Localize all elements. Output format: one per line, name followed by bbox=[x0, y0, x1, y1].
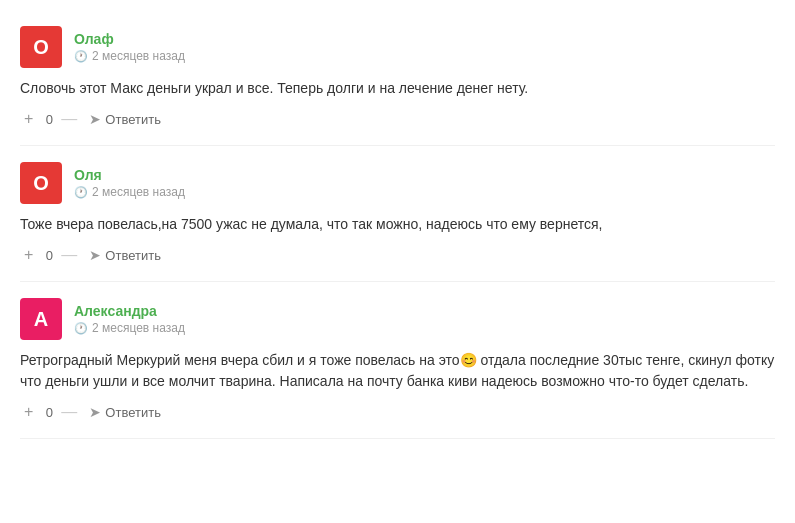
user-info: Александра 🕐 2 месяцев назад bbox=[74, 303, 185, 335]
avatar: О bbox=[20, 26, 62, 68]
avatar: А bbox=[20, 298, 62, 340]
separator: — bbox=[61, 403, 77, 421]
user-info: Оля 🕐 2 месяцев назад bbox=[74, 167, 185, 199]
vote-count: 0 bbox=[45, 405, 53, 420]
vote-count: 0 bbox=[45, 112, 53, 127]
reply-button[interactable]: ➤ Ответить bbox=[85, 245, 165, 265]
user-info: Олаф 🕐 2 месяцев назад bbox=[74, 31, 185, 63]
separator: — bbox=[61, 110, 77, 128]
username[interactable]: Олаф bbox=[74, 31, 185, 47]
timestamp: 🕐 2 месяцев назад bbox=[74, 185, 185, 199]
upvote-button[interactable]: + bbox=[20, 402, 37, 422]
separator: — bbox=[61, 246, 77, 264]
timestamp: 🕐 2 месяцев назад bbox=[74, 49, 185, 63]
avatar: О bbox=[20, 162, 62, 204]
reply-icon: ➤ bbox=[89, 247, 101, 263]
comment-block: О Оля 🕐 2 месяцев назад Тоже вчера повел… bbox=[20, 146, 775, 282]
username[interactable]: Оля bbox=[74, 167, 185, 183]
comment-text: Словочь этот Макс деньги украл и все. Те… bbox=[20, 78, 775, 99]
timestamp-text: 2 месяцев назад bbox=[92, 49, 185, 63]
timestamp-text: 2 месяцев назад bbox=[92, 321, 185, 335]
reply-label: Ответить bbox=[105, 405, 161, 420]
reply-button[interactable]: ➤ Ответить bbox=[85, 402, 165, 422]
comment-text: Ретроградный Меркурий меня вчера сбил и … bbox=[20, 350, 775, 392]
comment-actions: + 0 — ➤ Ответить bbox=[20, 402, 775, 422]
reply-icon: ➤ bbox=[89, 404, 101, 420]
comment-header: О Оля 🕐 2 месяцев назад bbox=[20, 162, 775, 204]
comment-block: О Олаф 🕐 2 месяцев назад Словочь этот Ма… bbox=[20, 10, 775, 146]
comment-actions: + 0 — ➤ Ответить bbox=[20, 109, 775, 129]
comment-actions: + 0 — ➤ Ответить bbox=[20, 245, 775, 265]
vote-count: 0 bbox=[45, 248, 53, 263]
reply-label: Ответить bbox=[105, 248, 161, 263]
reply-button[interactable]: ➤ Ответить bbox=[85, 109, 165, 129]
upvote-button[interactable]: + bbox=[20, 245, 37, 265]
timestamp-text: 2 месяцев назад bbox=[92, 185, 185, 199]
comment-block: А Александра 🕐 2 месяцев назад Ретроград… bbox=[20, 282, 775, 439]
upvote-button[interactable]: + bbox=[20, 109, 37, 129]
clock-icon: 🕐 bbox=[74, 50, 88, 63]
timestamp: 🕐 2 месяцев назад bbox=[74, 321, 185, 335]
clock-icon: 🕐 bbox=[74, 322, 88, 335]
comments-section: О Олаф 🕐 2 месяцев назад Словочь этот Ма… bbox=[0, 0, 795, 449]
comment-text: Тоже вчера повелась,на 7500 ужас не дума… bbox=[20, 214, 775, 235]
reply-label: Ответить bbox=[105, 112, 161, 127]
reply-icon: ➤ bbox=[89, 111, 101, 127]
comment-header: А Александра 🕐 2 месяцев назад bbox=[20, 298, 775, 340]
username[interactable]: Александра bbox=[74, 303, 185, 319]
comment-header: О Олаф 🕐 2 месяцев назад bbox=[20, 26, 775, 68]
clock-icon: 🕐 bbox=[74, 186, 88, 199]
